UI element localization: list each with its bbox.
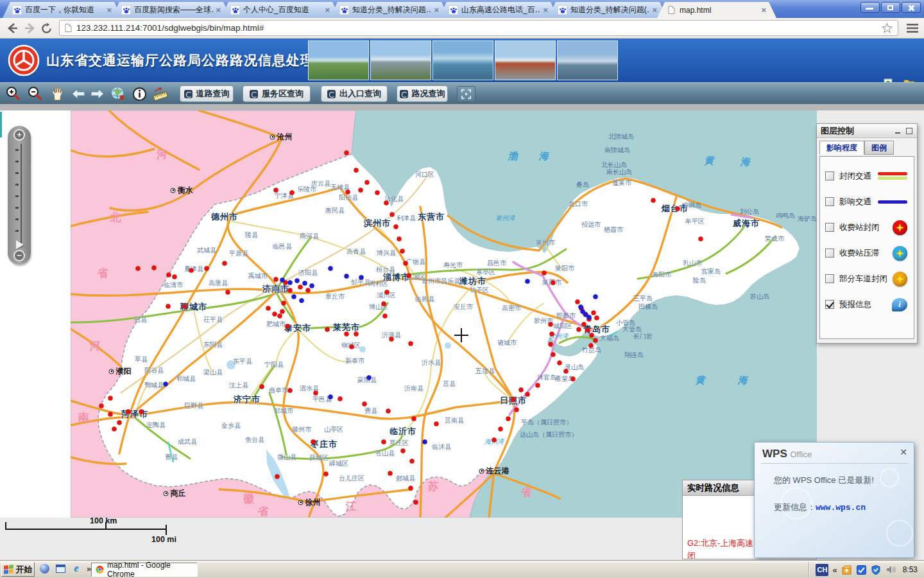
- map-canvas[interactable]: 济南市德州市滨州市东营市烟台市威海市淄博市潍坊市青岛市聊城市泰安市莱芜市济宁市菏…: [71, 110, 817, 518]
- layer-checkbox[interactable]: [825, 274, 834, 283]
- layer-checkbox[interactable]: [825, 223, 834, 232]
- next-extent-icon[interactable]: [89, 85, 106, 102]
- layer-item: 收费站压滞: [825, 240, 909, 266]
- cube-update-icon[interactable]: [841, 565, 852, 575]
- highway-photo: [308, 40, 369, 80]
- layer-checkbox[interactable]: [825, 197, 834, 206]
- tab-close-icon[interactable]: ×: [107, 5, 112, 15]
- tab-close-icon[interactable]: ×: [652, 5, 657, 15]
- closed-traffic-dot: [282, 301, 286, 306]
- tab-impact-level[interactable]: 影响程度: [819, 141, 864, 155]
- browser-tab[interactable]: 知道分类_待解决问题(…×: [548, 2, 667, 18]
- zoom-track[interactable]: [21, 144, 22, 245]
- layer-checkbox[interactable]: [825, 300, 834, 309]
- affected-traffic-dot: [292, 295, 296, 299]
- scale-mi-label: 100 mi: [151, 535, 176, 544]
- browser-tab[interactable]: 百度新闻搜索——全球…×: [112, 2, 231, 18]
- closed-traffic-dot: [394, 225, 398, 229]
- paw-favicon: [339, 5, 349, 15]
- map-county-label: 莘县: [135, 355, 148, 364]
- measure-ruler-icon[interactable]: [151, 85, 169, 102]
- menu-icon[interactable]: [905, 21, 920, 36]
- zoom-out-button[interactable]: −: [13, 250, 25, 261]
- closed-traffic-dot: [586, 328, 590, 333]
- map-province-label: 河: [90, 338, 101, 353]
- panel-maximize-icon[interactable]: [905, 127, 913, 135]
- browser-tab[interactable]: 知道分类_待解决问题…×: [330, 2, 449, 18]
- tab-close-icon[interactable]: ×: [325, 5, 330, 15]
- closed-traffic-dot: [280, 310, 285, 314]
- service-area-query-button[interactable]: 服务区查询: [243, 85, 311, 102]
- closed-traffic-dot: [651, 198, 656, 203]
- close-icon[interactable]: ✕: [900, 447, 907, 457]
- fullscreen-icon[interactable]: [457, 86, 475, 102]
- highway-photo: [557, 40, 618, 80]
- closed-traffic-dot: [345, 332, 349, 337]
- wps-link[interactable]: www.wps.cn: [816, 503, 866, 512]
- map-county-label: 成武县: [178, 437, 197, 446]
- closed-traffic-dot: [511, 398, 516, 402]
- tab-close-icon[interactable]: ×: [761, 5, 766, 15]
- forward-icon[interactable]: [22, 21, 37, 36]
- reload-icon[interactable]: [38, 21, 54, 36]
- layer-checkbox[interactable]: [825, 249, 834, 258]
- address-bar[interactable]: 123.232.111.214:7001/sdglwebgis/bin/map.…: [59, 20, 898, 36]
- zoom-out-icon[interactable]: [26, 85, 43, 102]
- identify-info-icon[interactable]: [131, 85, 148, 102]
- map-county-label: 东平县: [233, 357, 252, 366]
- map-county-label: 周村区: [369, 279, 388, 288]
- zoom-in-button[interactable]: +: [13, 129, 25, 141]
- language-indicator[interactable]: CH: [816, 564, 828, 576]
- previous-extent-icon[interactable]: [69, 85, 87, 102]
- closed-traffic-dot: [314, 391, 318, 396]
- window-icon[interactable]: [55, 563, 66, 574]
- map-sea-label: 海: [539, 150, 550, 162]
- task-button-chrome[interactable]: map.html - Google Chrome: [91, 563, 198, 577]
- map-county-label: 临朐县: [415, 295, 434, 304]
- map-county-label: 梁山县: [203, 368, 223, 377]
- shield-check-icon[interactable]: [871, 565, 882, 575]
- star-icon[interactable]: [882, 22, 893, 33]
- affected-traffic-dot: [359, 276, 364, 280]
- full-extent-globe-icon[interactable]: [109, 85, 126, 102]
- pan-hand-icon[interactable]: [49, 85, 66, 102]
- traffic-query-button[interactable]: 路况查询: [397, 85, 448, 102]
- panel-minimize-icon[interactable]: [894, 127, 902, 135]
- map-county-label: 桓台县: [376, 265, 395, 274]
- tab-close-icon[interactable]: ×: [543, 5, 548, 15]
- tab-legend[interactable]: 图例: [864, 141, 894, 155]
- zoom-thumb[interactable]: [16, 240, 24, 249]
- layer-checkbox[interactable]: [825, 171, 834, 180]
- closed-traffic-dot: [383, 314, 388, 319]
- browser-tab[interactable]: 百度一下，你就知道×: [3, 2, 122, 18]
- closed-traffic-dot: [365, 180, 370, 185]
- tab-title: 百度一下，你就知道: [25, 4, 104, 15]
- ie-icon[interactable]: e: [71, 563, 82, 574]
- tray-collapse-icon[interactable]: «: [832, 565, 837, 575]
- zoom-in-icon[interactable]: [4, 85, 21, 102]
- speaker-icon[interactable]: [886, 565, 896, 575]
- tab-close-icon[interactable]: ×: [434, 5, 439, 15]
- tab-close-icon[interactable]: ×: [216, 5, 221, 15]
- sphere-icon[interactable]: [38, 563, 50, 574]
- window-minimize-button[interactable]: [860, 2, 880, 13]
- start-button[interactable]: 开始: [1, 562, 35, 577]
- map-scalebar: 100 km 100 mi: [5, 517, 178, 556]
- closed-traffic-dot: [338, 397, 343, 401]
- map-county-label: 陵县: [245, 231, 258, 240]
- map-zoom-slider[interactable]: + −: [8, 126, 31, 265]
- map-county-label: 肥城市: [266, 320, 286, 329]
- wps-cloud-icon[interactable]: [856, 565, 867, 575]
- highway-photo: [432, 40, 493, 80]
- browser-tab[interactable]: 山东高速公路电话_百…×: [439, 2, 558, 18]
- wps-update-line: 更新信息：www.wps.cn: [774, 502, 866, 513]
- closed-traffic-dot: [550, 332, 554, 337]
- road-query-button[interactable]: 道路查询: [180, 85, 234, 102]
- closed-traffic-dot: [260, 385, 264, 389]
- window-close-button[interactable]: [902, 2, 921, 13]
- back-icon[interactable]: [5, 21, 21, 36]
- entrance-exit-query-button[interactable]: 出入口查询: [321, 85, 388, 102]
- browser-tab[interactable]: map.html×: [657, 2, 776, 18]
- browser-tab[interactable]: 个人中心_百度知道×: [221, 2, 340, 18]
- window-restore-button[interactable]: [881, 2, 900, 13]
